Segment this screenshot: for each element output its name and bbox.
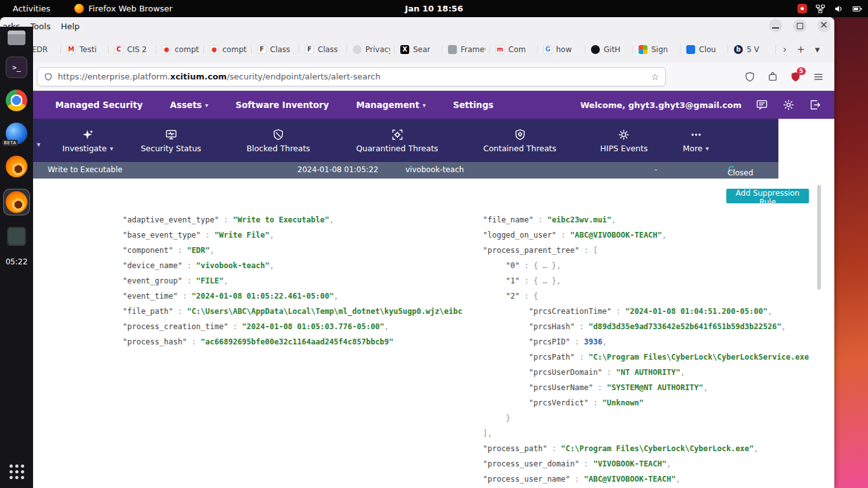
alert-summary-row[interactable]: Write to Executable 2024-01-08 01:05:22 … — [0, 162, 778, 179]
volume-icon[interactable] — [834, 4, 844, 14]
nav-item-management[interactable]: Management▾ — [356, 100, 426, 110]
hamburger-menu-icon[interactable] — [813, 71, 824, 83]
json-punct: , — [681, 368, 685, 377]
browser-tab[interactable]: FClass — [257, 45, 299, 54]
dock-item-terminal[interactable]: >_ — [6, 57, 27, 78]
browser-tab[interactable]: Ghow — [543, 45, 585, 54]
alert-timestamp: 2024-01-08 01:05:22 — [297, 165, 378, 174]
blocked-icon — [272, 128, 285, 141]
browser-tab[interactable]: GitH — [591, 45, 633, 54]
battery-icon[interactable] — [852, 4, 863, 14]
dock-item-files[interactable] — [8, 30, 25, 45]
activities-button[interactable]: Activities — [13, 4, 50, 13]
subnav-item-quarantined-threats[interactable]: Quarantined Threats — [356, 119, 438, 162]
browser-tab[interactable]: Framew — [448, 45, 490, 54]
nav-item-software-inventory[interactable]: Software Inventory — [236, 100, 329, 110]
add-suppression-rule-button[interactable]: Add Suppression Rule — [726, 189, 809, 203]
tracking-protection-shield-icon[interactable] — [44, 72, 53, 81]
browser-tab[interactable]: Sign — [639, 45, 681, 54]
ubuntu-dock: >_BETA05:22 — [0, 27, 33, 488]
browser-tab[interactable]: ●comptia — [162, 45, 204, 54]
subnav-item-blocked-threats[interactable]: Blocked Threats — [247, 119, 310, 162]
nav-item-settings[interactable]: Settings — [453, 100, 494, 110]
dock-item-clock[interactable]: 05:22 — [6, 257, 28, 266]
logout-icon[interactable] — [809, 98, 822, 111]
tab-label: Clou — [699, 45, 716, 54]
browser-tab[interactable]: XSear — [400, 45, 442, 54]
bookmark-star-icon[interactable]: ☆ — [651, 72, 659, 82]
dock-item-firefox[interactable] — [6, 156, 27, 177]
tab-label: Com — [508, 45, 526, 54]
system-tray — [797, 0, 863, 17]
focused-app-indicator[interactable]: Firefox Web Browser — [74, 4, 172, 13]
subnav-item-hips-events[interactable]: HIPS Events — [600, 119, 648, 162]
app-grid-dot — [21, 476, 24, 479]
subnav-item-investigate[interactable]: Investigate▾ — [62, 119, 113, 162]
subnav-item-security-status[interactable]: Security Status — [140, 119, 201, 162]
json-punct: : — [611, 307, 625, 316]
content-scrollbar[interactable] — [817, 185, 821, 290]
browser-tab[interactable]: FClass — [305, 45, 347, 54]
clock[interactable]: Jan 10 18:56 — [405, 4, 463, 13]
json-key: "prcsUserName" — [529, 383, 593, 392]
dock-item-firefox-active[interactable] — [3, 189, 30, 215]
screen-record-indicator-icon[interactable] — [797, 4, 807, 13]
settings-gear-icon[interactable] — [782, 98, 795, 111]
chevron-down-icon: ▾ — [110, 145, 113, 152]
json-punct: : — [593, 383, 607, 392]
json-string: "2024-01-08 01:05:03.776-05:00" — [242, 322, 384, 331]
json-string: "vivobook-teach" — [196, 261, 270, 270]
adblock-shield-icon[interactable]: 5 — [790, 71, 801, 83]
json-punct: ], — [483, 429, 492, 438]
list-all-tabs-button[interactable]: ▾ — [815, 44, 820, 55]
network-icon[interactable] — [815, 4, 825, 14]
minimize-button[interactable] — [769, 19, 782, 32]
tab-overflow-chevron-icon[interactable]: › — [783, 44, 787, 55]
json-punct: : — [178, 292, 192, 301]
json-line: "device_name" : "vivobook-teach", — [123, 258, 467, 273]
menu-item-tools[interactable]: Tools — [31, 22, 51, 31]
new-tab-button[interactable]: + — [797, 44, 805, 55]
software-app-icon — [7, 227, 26, 246]
maximize-button[interactable] — [793, 19, 806, 32]
json-string: "VIVOBOOK-TEACH" — [593, 459, 667, 468]
nav-item-managed-security[interactable]: Managed Security — [55, 100, 142, 110]
chevron-down-icon: ▾ — [205, 102, 208, 109]
browser-tab[interactable]: MTesti — [67, 45, 109, 54]
subnav-item-more[interactable]: More▾ — [682, 119, 709, 162]
browser-tab[interactable]: ●comptia — [210, 45, 252, 54]
dock-item-firefox-beta[interactable]: BETA — [6, 123, 27, 144]
extensions-puzzle-icon[interactable] — [767, 71, 778, 83]
json-line: } — [483, 410, 816, 426]
alert-status[interactable]: Closed — [728, 165, 736, 173]
json-string: "SYSTEM@NT AUTHORITY" — [607, 383, 703, 392]
json-punct: : — [173, 246, 187, 255]
app-grid-button[interactable] — [10, 464, 24, 479]
json-punct: : — [570, 337, 584, 346]
feedback-chat-icon[interactable] — [756, 98, 768, 111]
browser-tab[interactable]: CCIS 2 — [114, 45, 156, 54]
browser-tab[interactable]: Privacy — [353, 45, 395, 54]
json-punct: , — [384, 322, 389, 331]
json-string: "C:\Program Files\CyberLock\CyberLock.ex… — [561, 444, 754, 453]
json-punct: , — [602, 337, 607, 346]
subnav-overflow-chevron-icon[interactable]: ▾ — [37, 140, 41, 149]
json-punct: , — [224, 276, 228, 285]
permissions-shield-icon[interactable] — [744, 71, 756, 83]
menu-item-help[interactable]: Help — [61, 22, 80, 31]
subnav-item-contained-threats[interactable]: Contained Threats — [483, 119, 556, 162]
subnav-item-label: Contained Threats — [483, 144, 556, 153]
welcome-user-label: Welcome, ghyt3.ghyt3@gmail.com — [580, 100, 742, 110]
nav-item-assets[interactable]: Assets▾ — [170, 100, 208, 110]
browser-tab[interactable]: Clou — [686, 45, 728, 54]
json-line: "event_time" : "2024-01-08 01:05:22.461-… — [123, 288, 467, 304]
url-bar[interactable]: https://enterprise.platform.xcitium.com/… — [37, 67, 666, 86]
json-key: "adaptive_event_type" — [123, 215, 219, 224]
dock-item-chrome[interactable] — [6, 90, 27, 111]
close-button[interactable] — [817, 19, 831, 32]
dock-item-software[interactable] — [7, 227, 26, 246]
browser-tab[interactable]: b5 V — [734, 45, 776, 54]
subnav-item-label: Quarantined Threats — [356, 144, 438, 153]
json-punct: , — [662, 231, 667, 240]
browser-tab[interactable]: mCom — [496, 45, 538, 54]
